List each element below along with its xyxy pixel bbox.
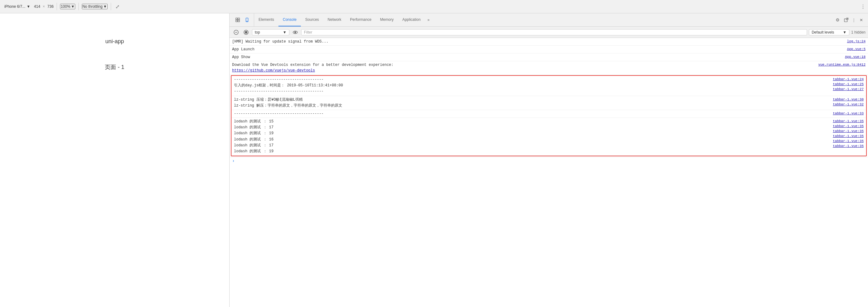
tab-performance-label: Performance xyxy=(350,18,371,22)
throttle-arrow: ▼ xyxy=(103,4,107,9)
console-input[interactable] xyxy=(237,159,866,163)
console-toolbar: top ▼ Filter Default levels ▼ 1 hidden xyxy=(229,27,868,38)
devtools-link[interactable]: https://github.com/vuejs/vue-devtools xyxy=(232,68,315,73)
viewport-height: 736 xyxy=(47,4,54,9)
svg-rect-0 xyxy=(236,18,237,20)
svg-point-5 xyxy=(247,21,247,22)
svg-line-7 xyxy=(846,18,848,20)
console-levels-select[interactable]: Default levels ▼ xyxy=(809,29,849,35)
console-context-arrow: ▼ xyxy=(283,30,286,34)
toolbar-more-icon[interactable]: ⋮ xyxy=(861,4,866,10)
log-source[interactable]: tabbar-1.vue:35 xyxy=(833,119,864,123)
tab-sources[interactable]: Sources xyxy=(301,13,323,26)
log-source[interactable]: tabbar-1.vue:35 xyxy=(833,129,864,133)
log-source[interactable]: tabbar-1.vue:35 xyxy=(833,134,864,138)
log-source[interactable]: tabbar-1.vue:33 xyxy=(833,111,864,115)
log-source[interactable]: tabbar-1.vue:35 xyxy=(833,139,864,143)
tab-performance[interactable]: Performance xyxy=(346,13,376,26)
devtools-tab-icons xyxy=(231,13,254,26)
top-toolbar: iPhone 6/7... ▼ 414 × 736 100% ▼ No thro… xyxy=(0,0,868,13)
log-row: Download the Vue Devtools extension for … xyxy=(229,61,868,75)
log-sources-lzstring: tabbar-1.vue:30 tabbar-1.vue:32 xyxy=(828,97,864,106)
log-source[interactable]: tabbar-1.vue:24 xyxy=(833,77,864,81)
console-hidden-badge: 1 hidden xyxy=(851,30,866,34)
console-stop-icon[interactable] xyxy=(242,28,250,36)
more-tabs-button[interactable]: » xyxy=(425,18,432,22)
console-levels-label: Default levels xyxy=(812,30,834,34)
highlighted-log-group: ----------------------------------------… xyxy=(231,75,867,156)
log-sources-lodash: tabbar-1.vue:35 tabbar-1.vue:35 tabbar-1… xyxy=(828,119,864,148)
page-title: 页面 - 1 xyxy=(105,63,124,71)
throttle-label: No throttling xyxy=(83,4,103,9)
svg-rect-2 xyxy=(236,20,237,22)
log-content: ----------------------------------------… xyxy=(234,77,828,95)
console-clear-icon[interactable] xyxy=(232,28,240,36)
toolbar-separator-2 xyxy=(79,3,79,10)
log-content: ---------------------------------------- xyxy=(234,111,828,116)
tab-network[interactable]: Network xyxy=(323,13,346,26)
log-content: App Show xyxy=(232,55,840,60)
log-row: lodash 的测试 ： 15 lodash 的测试 ： 17 lodash 的… xyxy=(231,118,866,156)
tab-memory-label: Memory xyxy=(380,18,394,22)
viewport-width: 414 xyxy=(34,4,40,9)
log-source[interactable]: tabbar-1.vue:35 xyxy=(833,124,864,128)
log-content: App Launch xyxy=(232,46,842,52)
log-source[interactable]: tabbar-1.vue:32 xyxy=(833,102,864,106)
console-levels-arrow: ▼ xyxy=(843,30,846,34)
log-row: [HMR] Waiting for update signal from WDS… xyxy=(229,38,868,46)
zoom-select[interactable]: 100% ▼ xyxy=(60,4,75,9)
toolbar-separator-3 xyxy=(111,3,111,10)
devtools-close-icon[interactable]: ✕ xyxy=(858,17,864,23)
console-eye-icon[interactable] xyxy=(291,28,299,36)
devtools-more-icon[interactable]: ⋮ xyxy=(850,17,857,23)
svg-point-13 xyxy=(294,32,296,33)
console-filter-placeholder: Filter xyxy=(304,30,312,34)
tab-application-label: Application xyxy=(402,18,421,22)
log-row: App Show App.vue:18 xyxy=(229,54,868,61)
rotate-icon[interactable]: ⤢ xyxy=(116,4,120,10)
log-source[interactable]: App.vue:18 xyxy=(845,55,866,59)
console-context-label: top xyxy=(255,30,260,34)
log-source[interactable]: tabbar-1.vue:30 xyxy=(833,97,864,101)
log-row: App Launch App.vue:5 xyxy=(229,46,868,54)
zoom-arrow: ▼ xyxy=(71,4,75,9)
tab-console[interactable]: Console xyxy=(278,13,301,26)
log-source[interactable]: tabbar-1.vue:25 xyxy=(833,82,864,86)
log-source[interactable]: vue.runtime.esm.js:8412 xyxy=(818,62,866,67)
console-prompt[interactable]: › xyxy=(229,157,868,165)
log-source[interactable]: tabbar-1.vue:27 xyxy=(833,87,864,91)
devtools-tab-right: ⚙ ⋮ ✕ xyxy=(833,15,867,24)
tab-memory[interactable]: Memory xyxy=(376,13,398,26)
log-source[interactable]: tabbar-1.vue:35 xyxy=(833,143,864,148)
console-prompt-arrow: › xyxy=(232,159,235,164)
device-icon[interactable] xyxy=(243,15,251,24)
tab-elements[interactable]: Elements xyxy=(254,13,278,26)
device-select[interactable]: iPhone 6/7... ▼ xyxy=(2,4,32,9)
dimension-separator: × xyxy=(42,4,45,9)
log-row: ----------------------------------------… xyxy=(231,110,866,118)
log-row: ----------------------------------------… xyxy=(231,76,866,96)
console-filter-input[interactable]: Filter xyxy=(301,29,807,35)
inspect-icon[interactable] xyxy=(233,15,242,24)
log-row: lz-string 压缩：昙¥O糁ξ流瑜椒L弭精 lz-string 解压：字符… xyxy=(231,96,866,110)
console-log-area[interactable]: [HMR] Waiting for update signal from WDS… xyxy=(229,38,868,307)
phone-preview: uni-app 页面 - 1 xyxy=(0,13,229,307)
throttle-select[interactable]: No throttling ▼ xyxy=(82,4,107,9)
log-sources-group: tabbar-1.vue:24 tabbar-1.vue:25 tabbar-1… xyxy=(828,77,864,91)
svg-rect-1 xyxy=(238,18,240,20)
log-source[interactable]: log.js:24 xyxy=(847,39,866,43)
settings-icon[interactable]: ⚙ xyxy=(833,15,842,24)
log-content: lz-string 压缩：昙¥O糁ξ流瑜椒L弭精 lz-string 解压：字符… xyxy=(234,97,828,109)
toolbar-right: ⋮ xyxy=(861,4,866,10)
main-area: uni-app 页面 - 1 xyxy=(0,13,868,307)
device-label: iPhone 6/7... xyxy=(4,4,25,9)
console-context-select[interactable]: top ▼ xyxy=(252,29,289,35)
devtools-tabs: Elements Console Sources Network Perform… xyxy=(229,13,868,27)
log-source[interactable]: App.vue:5 xyxy=(847,46,866,51)
log-content: [HMR] Waiting for update signal from WDS… xyxy=(232,39,842,44)
tab-application[interactable]: Application xyxy=(398,13,425,26)
undock-icon[interactable] xyxy=(843,17,849,23)
log-content-lzstring: lz-string 压缩：昙¥O糁ξ流瑜椒L弭精 lz-string 解压：字符… xyxy=(234,97,828,109)
tab-network-label: Network xyxy=(328,18,341,22)
svg-rect-3 xyxy=(238,20,240,22)
